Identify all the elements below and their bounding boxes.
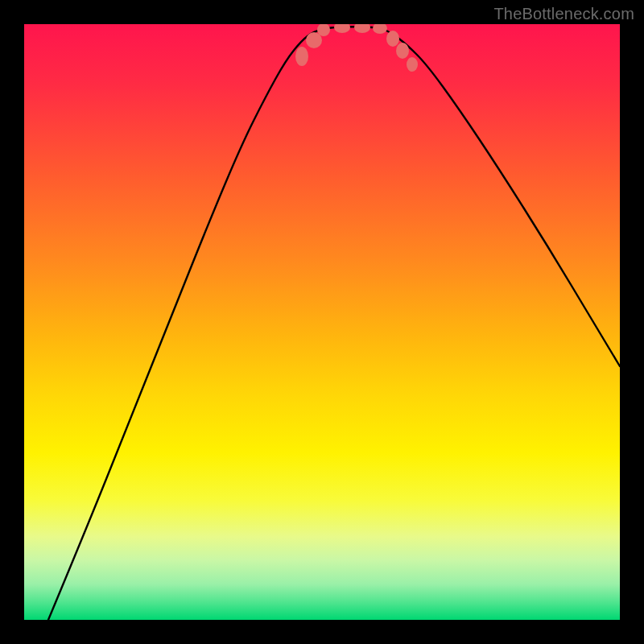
curve-svg (24, 24, 620, 620)
marker-dot (386, 31, 399, 47)
marker-dot (396, 43, 409, 59)
marker-dot (334, 24, 350, 33)
plot-area (24, 24, 620, 620)
marker-dot (295, 47, 308, 66)
marker-dot (354, 24, 370, 33)
watermark-text: TheBottleneck.com (493, 5, 634, 23)
marker-dot (373, 24, 387, 34)
bottleneck-curve (48, 27, 620, 620)
marker-dot (407, 57, 418, 72)
outer-frame: TheBottleneck.com (0, 0, 644, 644)
